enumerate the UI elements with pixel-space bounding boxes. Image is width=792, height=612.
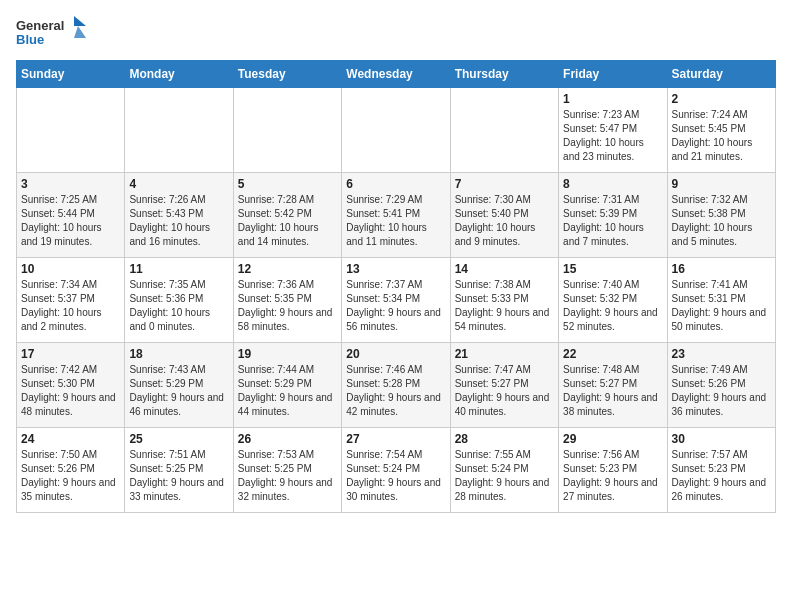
day-number: 11: [129, 262, 228, 276]
header: GeneralBlue: [16, 16, 776, 52]
day-number: 20: [346, 347, 445, 361]
day-cell: 19Sunrise: 7:44 AM Sunset: 5:29 PM Dayli…: [233, 343, 341, 428]
day-number: 21: [455, 347, 554, 361]
day-cell: 30Sunrise: 7:57 AM Sunset: 5:23 PM Dayli…: [667, 428, 775, 513]
day-info: Sunrise: 7:54 AM Sunset: 5:24 PM Dayligh…: [346, 448, 445, 504]
day-cell: 2Sunrise: 7:24 AM Sunset: 5:45 PM Daylig…: [667, 88, 775, 173]
day-info: Sunrise: 7:30 AM Sunset: 5:40 PM Dayligh…: [455, 193, 554, 249]
day-number: 10: [21, 262, 120, 276]
day-number: 28: [455, 432, 554, 446]
day-cell: 23Sunrise: 7:49 AM Sunset: 5:26 PM Dayli…: [667, 343, 775, 428]
day-cell: 5Sunrise: 7:28 AM Sunset: 5:42 PM Daylig…: [233, 173, 341, 258]
day-cell: 14Sunrise: 7:38 AM Sunset: 5:33 PM Dayli…: [450, 258, 558, 343]
day-info: Sunrise: 7:44 AM Sunset: 5:29 PM Dayligh…: [238, 363, 337, 419]
day-cell: 25Sunrise: 7:51 AM Sunset: 5:25 PM Dayli…: [125, 428, 233, 513]
day-info: Sunrise: 7:51 AM Sunset: 5:25 PM Dayligh…: [129, 448, 228, 504]
day-cell: 15Sunrise: 7:40 AM Sunset: 5:32 PM Dayli…: [559, 258, 667, 343]
day-number: 30: [672, 432, 771, 446]
day-info: Sunrise: 7:28 AM Sunset: 5:42 PM Dayligh…: [238, 193, 337, 249]
day-cell: [342, 88, 450, 173]
day-cell: 3Sunrise: 7:25 AM Sunset: 5:44 PM Daylig…: [17, 173, 125, 258]
day-info: Sunrise: 7:56 AM Sunset: 5:23 PM Dayligh…: [563, 448, 662, 504]
day-cell: 8Sunrise: 7:31 AM Sunset: 5:39 PM Daylig…: [559, 173, 667, 258]
svg-text:Blue: Blue: [16, 32, 44, 47]
day-info: Sunrise: 7:35 AM Sunset: 5:36 PM Dayligh…: [129, 278, 228, 334]
day-info: Sunrise: 7:48 AM Sunset: 5:27 PM Dayligh…: [563, 363, 662, 419]
day-number: 4: [129, 177, 228, 191]
day-number: 13: [346, 262, 445, 276]
week-row-1: 1Sunrise: 7:23 AM Sunset: 5:47 PM Daylig…: [17, 88, 776, 173]
svg-marker-2: [74, 16, 86, 26]
svg-marker-3: [74, 26, 86, 38]
day-info: Sunrise: 7:25 AM Sunset: 5:44 PM Dayligh…: [21, 193, 120, 249]
day-info: Sunrise: 7:26 AM Sunset: 5:43 PM Dayligh…: [129, 193, 228, 249]
day-info: Sunrise: 7:24 AM Sunset: 5:45 PM Dayligh…: [672, 108, 771, 164]
day-info: Sunrise: 7:57 AM Sunset: 5:23 PM Dayligh…: [672, 448, 771, 504]
day-number: 27: [346, 432, 445, 446]
logo: GeneralBlue: [16, 16, 86, 52]
day-info: Sunrise: 7:29 AM Sunset: 5:41 PM Dayligh…: [346, 193, 445, 249]
day-cell: 6Sunrise: 7:29 AM Sunset: 5:41 PM Daylig…: [342, 173, 450, 258]
day-number: 8: [563, 177, 662, 191]
weekday-header-thursday: Thursday: [450, 61, 558, 88]
day-number: 22: [563, 347, 662, 361]
week-row-5: 24Sunrise: 7:50 AM Sunset: 5:26 PM Dayli…: [17, 428, 776, 513]
day-number: 24: [21, 432, 120, 446]
day-info: Sunrise: 7:49 AM Sunset: 5:26 PM Dayligh…: [672, 363, 771, 419]
weekday-header-saturday: Saturday: [667, 61, 775, 88]
weekday-header-wednesday: Wednesday: [342, 61, 450, 88]
day-number: 5: [238, 177, 337, 191]
day-info: Sunrise: 7:40 AM Sunset: 5:32 PM Dayligh…: [563, 278, 662, 334]
day-cell: 11Sunrise: 7:35 AM Sunset: 5:36 PM Dayli…: [125, 258, 233, 343]
day-number: 19: [238, 347, 337, 361]
day-info: Sunrise: 7:50 AM Sunset: 5:26 PM Dayligh…: [21, 448, 120, 504]
day-cell: 29Sunrise: 7:56 AM Sunset: 5:23 PM Dayli…: [559, 428, 667, 513]
day-cell: 22Sunrise: 7:48 AM Sunset: 5:27 PM Dayli…: [559, 343, 667, 428]
day-info: Sunrise: 7:46 AM Sunset: 5:28 PM Dayligh…: [346, 363, 445, 419]
day-info: Sunrise: 7:23 AM Sunset: 5:47 PM Dayligh…: [563, 108, 662, 164]
day-number: 23: [672, 347, 771, 361]
weekday-header-tuesday: Tuesday: [233, 61, 341, 88]
day-info: Sunrise: 7:38 AM Sunset: 5:33 PM Dayligh…: [455, 278, 554, 334]
week-row-2: 3Sunrise: 7:25 AM Sunset: 5:44 PM Daylig…: [17, 173, 776, 258]
day-cell: 13Sunrise: 7:37 AM Sunset: 5:34 PM Dayli…: [342, 258, 450, 343]
day-number: 2: [672, 92, 771, 106]
day-cell: [233, 88, 341, 173]
week-row-4: 17Sunrise: 7:42 AM Sunset: 5:30 PM Dayli…: [17, 343, 776, 428]
day-info: Sunrise: 7:37 AM Sunset: 5:34 PM Dayligh…: [346, 278, 445, 334]
day-cell: 7Sunrise: 7:30 AM Sunset: 5:40 PM Daylig…: [450, 173, 558, 258]
day-cell: 21Sunrise: 7:47 AM Sunset: 5:27 PM Dayli…: [450, 343, 558, 428]
day-cell: 20Sunrise: 7:46 AM Sunset: 5:28 PM Dayli…: [342, 343, 450, 428]
day-info: Sunrise: 7:41 AM Sunset: 5:31 PM Dayligh…: [672, 278, 771, 334]
day-cell: 26Sunrise: 7:53 AM Sunset: 5:25 PM Dayli…: [233, 428, 341, 513]
day-number: 17: [21, 347, 120, 361]
day-number: 18: [129, 347, 228, 361]
day-info: Sunrise: 7:47 AM Sunset: 5:27 PM Dayligh…: [455, 363, 554, 419]
day-cell: 16Sunrise: 7:41 AM Sunset: 5:31 PM Dayli…: [667, 258, 775, 343]
day-cell: 18Sunrise: 7:43 AM Sunset: 5:29 PM Dayli…: [125, 343, 233, 428]
day-number: 14: [455, 262, 554, 276]
day-number: 16: [672, 262, 771, 276]
day-number: 7: [455, 177, 554, 191]
day-number: 9: [672, 177, 771, 191]
day-number: 12: [238, 262, 337, 276]
weekday-header-row: SundayMondayTuesdayWednesdayThursdayFrid…: [17, 61, 776, 88]
day-cell: 10Sunrise: 7:34 AM Sunset: 5:37 PM Dayli…: [17, 258, 125, 343]
calendar: SundayMondayTuesdayWednesdayThursdayFrid…: [16, 60, 776, 513]
weekday-header-monday: Monday: [125, 61, 233, 88]
day-number: 25: [129, 432, 228, 446]
week-row-3: 10Sunrise: 7:34 AM Sunset: 5:37 PM Dayli…: [17, 258, 776, 343]
day-info: Sunrise: 7:55 AM Sunset: 5:24 PM Dayligh…: [455, 448, 554, 504]
weekday-header-sunday: Sunday: [17, 61, 125, 88]
day-cell: [450, 88, 558, 173]
svg-text:General: General: [16, 18, 64, 33]
day-cell: [17, 88, 125, 173]
day-info: Sunrise: 7:43 AM Sunset: 5:29 PM Dayligh…: [129, 363, 228, 419]
day-cell: 12Sunrise: 7:36 AM Sunset: 5:35 PM Dayli…: [233, 258, 341, 343]
day-info: Sunrise: 7:42 AM Sunset: 5:30 PM Dayligh…: [21, 363, 120, 419]
weekday-header-friday: Friday: [559, 61, 667, 88]
day-cell: 27Sunrise: 7:54 AM Sunset: 5:24 PM Dayli…: [342, 428, 450, 513]
day-cell: 9Sunrise: 7:32 AM Sunset: 5:38 PM Daylig…: [667, 173, 775, 258]
day-number: 3: [21, 177, 120, 191]
day-number: 26: [238, 432, 337, 446]
